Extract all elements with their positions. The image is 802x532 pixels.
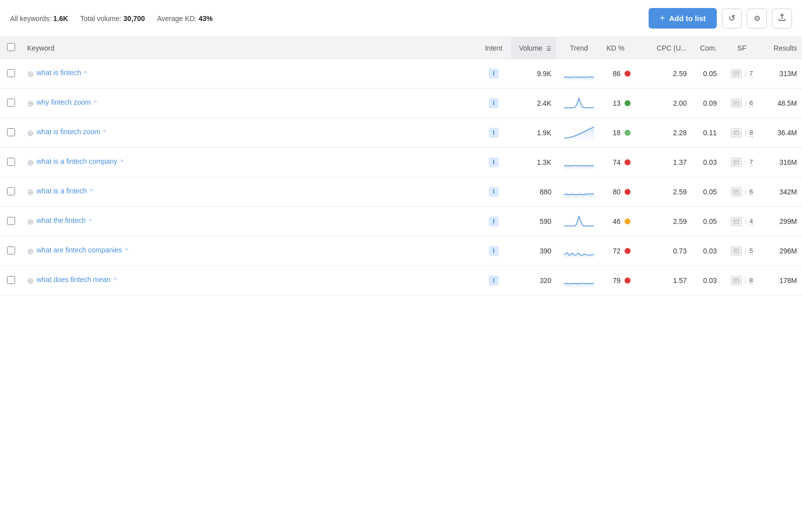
sf-cell: | 8: [722, 118, 762, 148]
results-value: 316M: [779, 158, 797, 166]
sf-number: 6: [749, 99, 753, 107]
keyword-arrows-icon: »: [103, 128, 106, 134]
add-keyword-icon[interactable]: ⊕: [27, 217, 34, 226]
row-checkbox-cell[interactable]: [0, 266, 22, 296]
keyword-cell: ⊕ what is a fintech »: [22, 177, 476, 207]
keyword-link[interactable]: ⊕ what is a fintech »: [27, 187, 471, 197]
cpc-value: 2.59: [673, 188, 687, 196]
trend-cell: [556, 177, 602, 207]
cpc-cell: 1.37: [652, 148, 692, 177]
keyword-link[interactable]: ⊕ what the fintech »: [27, 216, 471, 226]
add-keyword-icon[interactable]: ⊕: [27, 158, 34, 167]
row-checkbox[interactable]: [7, 128, 15, 136]
row-checkbox[interactable]: [7, 246, 15, 254]
select-all-checkbox[interactable]: [7, 43, 15, 51]
row-checkbox-cell[interactable]: [0, 236, 22, 266]
table-row: ⊕ what is fintech » I 9.9K 86: [0, 59, 802, 89]
add-keyword-icon[interactable]: ⊕: [27, 276, 34, 286]
export-button[interactable]: [772, 9, 792, 29]
volume-value: 590: [540, 217, 551, 225]
stats-row: All keywords: 1.6K Total volume: 30,700 …: [10, 15, 637, 23]
com-value: 0.03: [703, 158, 717, 166]
sf-column-header: SF: [722, 37, 762, 59]
sf-serp-icon[interactable]: [731, 69, 742, 78]
kd-row: 72: [607, 247, 647, 255]
row-checkbox-cell[interactable]: [0, 148, 22, 177]
export-icon: [778, 14, 786, 23]
keyword-text[interactable]: what is a fintech company: [37, 157, 117, 165]
settings-button[interactable]: ⚙: [747, 9, 767, 29]
volume-cell: 880: [511, 177, 556, 207]
keyword-text[interactable]: what is a fintech: [37, 187, 87, 195]
refresh-button[interactable]: ↺: [722, 9, 742, 29]
keyword-text[interactable]: what does fintech mean: [37, 276, 111, 284]
select-all-header[interactable]: [0, 37, 22, 59]
com-cell: 0.11: [692, 118, 722, 148]
keyword-link[interactable]: ⊕ what is fintech »: [27, 69, 471, 79]
com-cell: 0.05: [692, 177, 722, 207]
add-keyword-icon[interactable]: ⊕: [27, 128, 34, 138]
volume-value: 9.9K: [537, 70, 551, 78]
add-keyword-icon[interactable]: ⊕: [27, 246, 34, 256]
row-checkbox[interactable]: [7, 217, 15, 225]
add-to-list-label: Add to list: [669, 14, 706, 23]
row-checkbox[interactable]: [7, 187, 15, 195]
add-keyword-icon[interactable]: ⊕: [27, 187, 34, 197]
results-cell: 178M: [762, 266, 802, 296]
keyword-link[interactable]: ⊕ what is fintech zoom »: [27, 128, 471, 138]
add-to-list-button[interactable]: + Add to list: [649, 8, 717, 29]
kd-dot-indicator: [625, 278, 631, 284]
keyword-link[interactable]: ⊕ what are fintech companies »: [27, 246, 471, 256]
kd-cell: 80: [602, 177, 652, 207]
keyword-cell: ⊕ what is fintech »: [22, 59, 476, 89]
kd-column-header: KD %: [602, 37, 652, 59]
com-cell: 0.05: [692, 59, 722, 89]
kd-number: 72: [607, 247, 621, 255]
top-bar-actions: + Add to list ↺ ⚙: [649, 8, 792, 29]
row-checkbox[interactable]: [7, 276, 15, 284]
sf-number: 6: [749, 188, 753, 196]
results-column-header: Results: [762, 37, 802, 59]
sf-serp-icon[interactable]: [731, 217, 742, 226]
keyword-arrows-icon: »: [120, 157, 123, 163]
keyword-link[interactable]: ⊕ what is a fintech company »: [27, 157, 471, 167]
sf-serp-icon[interactable]: [731, 276, 742, 285]
add-keyword-icon[interactable]: ⊕: [27, 69, 34, 79]
keyword-link[interactable]: ⊕ why fintech zoom »: [27, 98, 471, 108]
sf-serp-icon[interactable]: [731, 187, 742, 196]
plus-icon: +: [660, 13, 665, 24]
keyword-text[interactable]: why fintech zoom: [37, 98, 91, 106]
kd-dot-indicator: [625, 189, 631, 195]
sf-serp-icon[interactable]: [731, 158, 742, 167]
keyword-text[interactable]: what is fintech: [37, 69, 81, 77]
row-checkbox[interactable]: [7, 69, 15, 77]
keyword-cell: ⊕ what does fintech mean »: [22, 266, 476, 296]
table-row: ⊕ what the fintech » I 590 46: [0, 207, 802, 236]
row-checkbox-cell[interactable]: [0, 177, 22, 207]
keyword-text[interactable]: what the fintech: [37, 216, 86, 224]
row-checkbox[interactable]: [7, 158, 15, 166]
sf-serp-icon[interactable]: [731, 128, 742, 137]
row-checkbox[interactable]: [7, 99, 15, 107]
sf-serp-icon[interactable]: [731, 246, 742, 255]
sf-divider: |: [745, 100, 746, 107]
keyword-arrows-icon: »: [94, 98, 97, 104]
row-checkbox-cell[interactable]: [0, 118, 22, 148]
keyword-link[interactable]: ⊕ what does fintech mean »: [27, 276, 471, 286]
sf-divider: |: [745, 159, 746, 166]
sf-serp-icon[interactable]: [731, 99, 742, 108]
results-cell: 48.5M: [762, 89, 802, 118]
add-keyword-icon[interactable]: ⊕: [27, 99, 34, 108]
cpc-value: 2.59: [673, 70, 687, 78]
volume-value: 390: [540, 247, 551, 255]
keyword-text[interactable]: what are fintech companies: [37, 246, 122, 254]
results-value: 178M: [779, 277, 797, 285]
com-cell: 0.03: [692, 266, 722, 296]
row-checkbox-cell[interactable]: [0, 89, 22, 118]
keyword-arrows-icon: »: [90, 187, 93, 193]
row-checkbox-cell[interactable]: [0, 207, 22, 236]
keyword-text[interactable]: what is fintech zoom: [37, 128, 100, 136]
volume-column-header[interactable]: Volume ☰: [511, 37, 556, 59]
row-checkbox-cell[interactable]: [0, 59, 22, 89]
total-volume-stat: Total volume: 30,700: [80, 15, 145, 23]
